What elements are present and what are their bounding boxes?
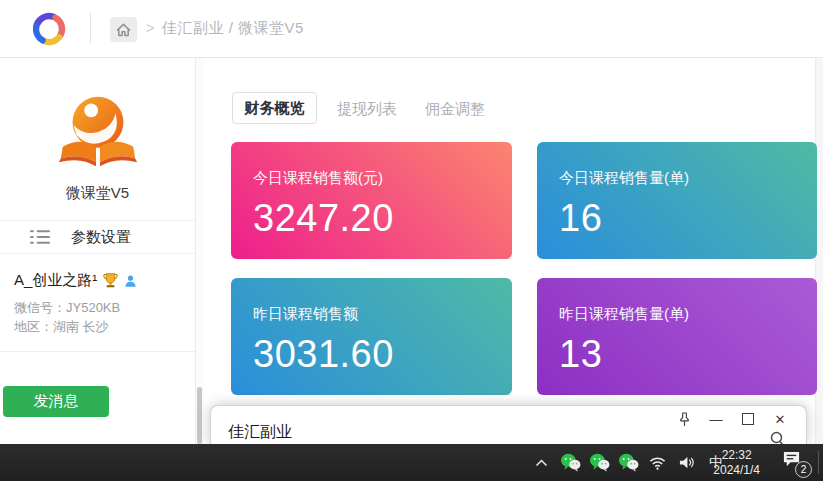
home-button[interactable] [110,17,137,42]
show-desktop-divider[interactable] [818,451,819,474]
trophy-icon [102,272,119,289]
wechat-icon[interactable] [618,451,639,475]
tray-overflow-button[interactable] [531,451,552,475]
close-button[interactable]: ✕ [764,408,796,430]
user-nickname: A_创业之路¹ [14,271,97,290]
user-name-row: A_创业之路¹ [14,271,137,290]
tab-withdraw-list[interactable]: 提现列表 [337,100,397,119]
stat-value: 16 [559,197,817,240]
breadcrumb: 佳汇副业 / 微课堂V5 [162,19,304,38]
taskbar-clock[interactable]: 22:32 2024/1/4 [713,448,760,478]
yesterday-sales-count-card: 昨日课程销售量(单) 13 [537,278,817,395]
sidebar-item-settings[interactable]: 参数设置 [0,220,195,254]
minimize-button[interactable]: — [700,408,732,430]
maximize-icon [742,413,754,425]
stat-label: 昨日课程销售量(单) [559,305,817,324]
volume-icon[interactable] [676,451,697,475]
stat-value: 3031.60 [253,333,512,376]
notification-count-badge: 2 [795,461,812,478]
system-tray: 中 [531,444,727,481]
sidebar-item-label: 参数设置 [71,228,131,247]
stat-value: 3247.20 [253,197,512,240]
windows-taskbar: 中 22:32 2024/1/4 2 [0,444,823,481]
chevron-up-icon [535,459,548,467]
tab-finance-overview[interactable]: 财务概览 [232,92,317,124]
notification-center-button[interactable]: 2 [781,450,809,476]
wechat-icon[interactable] [589,451,610,475]
stat-label: 今日课程销售额(元) [253,169,512,188]
stat-cards-grid: 今日课程销售额(元) 3247.20 今日课程销售量(单) 16 昨日课程销售额… [231,142,817,395]
breadcrumb-chevron-icon: > [146,19,155,36]
header-divider [90,13,91,44]
stat-label: 今日课程销售量(单) [559,169,817,188]
wifi-icon[interactable] [647,451,668,475]
top-header: > 佳汇副业 / 微课堂V5 [0,0,823,58]
wecourse-logo-icon [51,88,145,174]
pin-window-button[interactable] [668,408,700,430]
user-wechat-id: 微信号：JY520KB [14,299,120,317]
wechat-icon[interactable] [560,451,581,475]
sidebar-divider [0,351,195,352]
yesterday-sales-amount-card: 昨日课程销售额 3031.60 [231,278,512,395]
clock-date: 2024/1/4 [713,463,760,478]
stat-label: 昨日课程销售额 [253,305,512,324]
sidebar-scrollbar-thumb[interactable] [197,387,202,444]
clock-time: 22:32 [713,448,760,463]
list-settings-icon [30,229,51,245]
member-person-icon [124,274,137,288]
today-sales-count-card: 今日课程销售量(单) 16 [537,142,817,259]
today-sales-amount-card: 今日课程销售额(元) 3247.20 [231,142,512,259]
app-logo-swirl-icon [27,7,71,51]
stat-value: 13 [559,333,817,376]
tab-commission-adjust[interactable]: 佣金调整 [425,100,485,119]
app-name: 微课堂V5 [0,184,195,203]
maximize-button[interactable] [732,408,764,430]
user-region: 地区：湖南 长沙 [14,318,109,336]
window-controls: — ✕ [668,408,796,430]
send-message-button[interactable]: 发消息 [3,386,109,417]
minimize-icon: — [710,412,723,427]
window-title: 佳汇副业 [228,422,292,443]
sidebar: 微课堂V5 参数设置 A_创业之路¹ 微信号：JY520KB 地区：湖南 长沙 … [0,58,196,444]
pin-icon [678,412,691,427]
home-icon [116,23,131,37]
jiahui-window[interactable]: 佳汇副业 — ✕ [210,405,807,445]
close-icon: ✕ [775,412,786,427]
